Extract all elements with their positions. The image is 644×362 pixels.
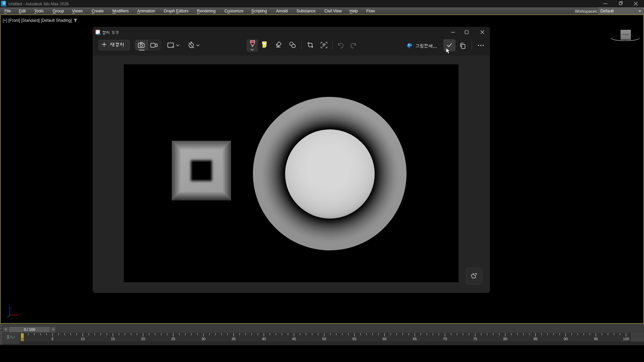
svg-text:y: y — [7, 315, 9, 318]
svg-text:30: 30 — [201, 337, 205, 341]
svg-text:3: 3 — [3, 1, 5, 5]
svg-text:75: 75 — [473, 337, 477, 341]
svg-text:55: 55 — [352, 337, 356, 341]
svg-text:15: 15 — [111, 337, 115, 341]
svg-text:35: 35 — [231, 337, 235, 341]
svg-text:95: 95 — [594, 337, 598, 341]
svg-text:100: 100 — [623, 337, 629, 341]
svg-text:50: 50 — [322, 337, 326, 341]
svg-text:40: 40 — [262, 337, 266, 341]
svg-text:10: 10 — [80, 337, 85, 341]
svg-text:85: 85 — [533, 337, 537, 341]
svg-text:80: 80 — [503, 337, 507, 341]
svg-text:x: x — [19, 312, 20, 315]
svg-text:65: 65 — [413, 337, 417, 341]
svg-text:90: 90 — [564, 337, 568, 341]
svg-text:z: z — [9, 303, 10, 306]
svg-text:70: 70 — [443, 337, 447, 341]
svg-text:25: 25 — [171, 337, 175, 341]
svg-text:60: 60 — [382, 337, 386, 341]
svg-text:20: 20 — [141, 337, 145, 341]
svg-text:45: 45 — [292, 337, 296, 341]
svg-text:5: 5 — [51, 337, 53, 341]
